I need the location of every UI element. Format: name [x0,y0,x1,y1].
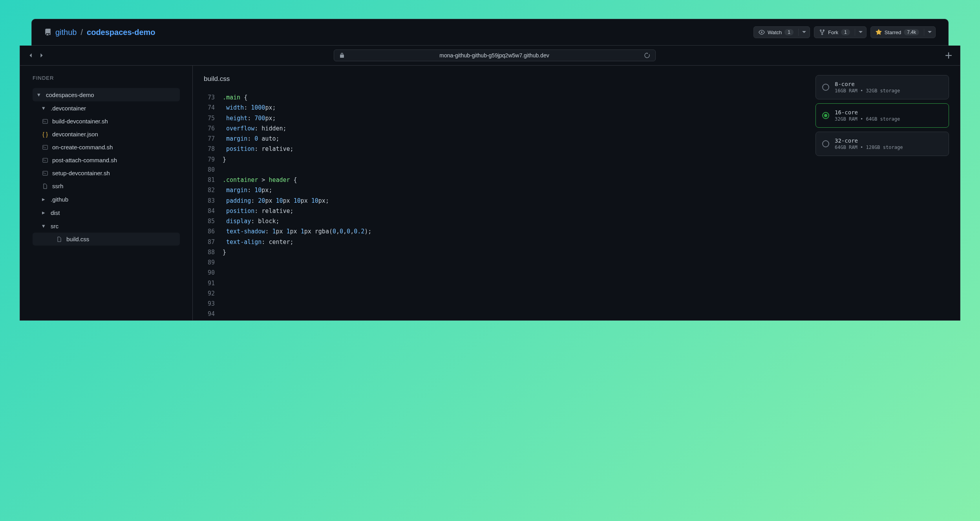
refresh-icon[interactable] [644,53,650,58]
machine-option[interactable]: 16-core32GB RAM • 64GB storage [815,103,949,128]
fork-icon [819,29,825,35]
chevron-right-icon: ▸ [42,209,47,216]
finder-label: FINDER [33,75,180,81]
file-explorer: FINDER ▾ codespaces-demo ▾.devcontainerb… [20,66,193,320]
star-dropdown[interactable] [924,29,935,36]
tree-item[interactable]: ▾src [33,219,180,233]
repo-breadcrumb: github / codespaces-demo [44,28,155,37]
code-line: 87 text-align: center; [204,237,949,247]
code-line: 94 [204,309,949,319]
tree-item-label: build-devcontainer.sh [52,118,108,125]
option-subtitle: 64GB RAM • 128GB storage [835,145,903,150]
tree-item-label: post-attach-command.sh [52,157,117,163]
url-text: mona-github-github-g59jpq2w5w7.github.de… [348,52,640,59]
watch-count: 1 [784,29,794,35]
svg-rect-0 [43,119,48,123]
code-line: 90 [204,268,949,278]
fork-dropdown[interactable] [855,29,866,36]
tree-item-label: dist [51,209,60,216]
code-line: 83 padding: 20px 10px 10px 10px; [204,196,949,206]
chevron-down-icon [802,31,806,33]
tree-item[interactable]: ssrh [33,180,180,193]
chevron-down-icon: ▾ [42,105,47,112]
shell-file-icon [42,170,48,176]
tree-item[interactable]: ▾.devcontainer [33,101,180,115]
tree-item[interactable]: build-devcontainer.sh [33,115,180,128]
line-number: 74 [204,103,215,113]
line-number: 80 [204,165,215,175]
code-line: 91 [204,278,949,288]
line-number: 88 [204,247,215,257]
code-editor[interactable]: build.css 73.main {74 width: 1000px;75 h… [193,66,960,320]
machine-options-panel: 8-core16GB RAM • 32GB storage16-core32GB… [815,75,949,156]
tree-item-label: setup-devcontainer.sh [52,170,110,176]
star-button[interactable]: Starred 7.4k [870,26,936,38]
line-number: 91 [204,278,215,288]
tree-item[interactable]: setup-devcontainer.sh [33,167,180,180]
line-number: 92 [204,288,215,299]
line-number: 90 [204,268,215,278]
shell-file-icon [42,144,48,150]
svg-rect-2 [43,158,48,162]
watch-button[interactable]: Watch 1 [753,26,810,38]
tree-item-label: src [51,223,59,229]
radio-icon [822,112,829,119]
tree-item[interactable]: build.css [33,233,180,246]
tree-item[interactable]: ▸dist [33,206,180,219]
line-number: 84 [204,206,215,216]
shell-file-icon [42,157,48,163]
svg-rect-3 [43,171,48,175]
line-number: 85 [204,216,215,226]
code-line: 93 [204,299,949,309]
owner-link[interactable]: github [55,28,77,37]
code-line: 88} [204,247,949,257]
radio-icon [822,140,829,147]
url-bar-row: mona-github-github-g59jpq2w5w7.github.de… [20,46,960,66]
option-subtitle: 16GB RAM • 32GB storage [835,88,900,94]
fork-button[interactable]: Fork 1 [814,26,867,38]
repo-icon [44,29,51,36]
nav-forward[interactable] [37,51,46,60]
chevron-down-icon [928,31,932,33]
code-line: 85 display: block; [204,216,949,226]
line-number: 89 [204,257,215,268]
repo-actions: Watch 1 Fork 1 Starred 7.4k [753,26,936,38]
star-icon [876,29,882,35]
option-subtitle: 32GB RAM • 64GB storage [835,116,900,122]
tree-item[interactable]: { }devcontainer.json [33,128,180,141]
code-line: 92 [204,288,949,299]
line-number: 79 [204,154,215,165]
radio-icon [822,84,829,91]
url-bar[interactable]: mona-github-github-g59jpq2w5w7.github.de… [334,50,656,61]
tree-item-label: ssrh [52,183,63,189]
line-number: 82 [204,185,215,195]
line-number: 86 [204,226,215,237]
option-title: 32-core [835,138,903,144]
machine-option[interactable]: 32-core64GB RAM • 128GB storage [815,132,949,156]
line-number: 87 [204,237,215,247]
tree-root[interactable]: ▾ codespaces-demo [33,88,180,101]
line-number: 76 [204,123,215,134]
github-header: github / codespaces-demo Watch 1 Fork 1 [31,19,949,46]
file-icon [56,236,62,242]
line-number: 77 [204,134,215,144]
code-line: 82 margin: 10px; [204,185,949,195]
fork-count: 1 [841,29,850,35]
svg-rect-1 [43,145,48,149]
tree-item[interactable]: ▸.github [33,193,180,206]
line-number: 78 [204,144,215,154]
line-number: 81 [204,175,215,185]
eye-icon [759,29,765,35]
chevron-down-icon: ▾ [42,222,47,229]
tree-item-label: .devcontainer [51,105,86,112]
line-number: 94 [204,309,215,319]
repo-link[interactable]: codespaces-demo [87,28,155,37]
machine-option[interactable]: 8-core16GB RAM • 32GB storage [815,75,949,99]
nav-back[interactable] [26,51,35,60]
add-button[interactable] [943,50,954,61]
tree-item[interactable]: post-attach-command.sh [33,154,180,167]
code-line: 81.container > header { [204,175,949,185]
lock-icon [340,53,344,58]
tree-item[interactable]: on-create-command.sh [33,141,180,154]
watch-dropdown[interactable] [798,29,810,36]
